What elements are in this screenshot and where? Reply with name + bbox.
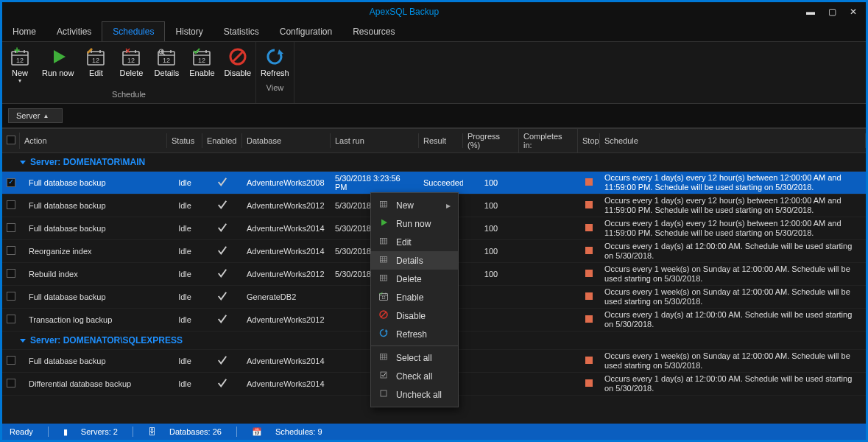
schedule-cell: Occurs every 1 day(s) every 12 hour(s) b… <box>600 217 866 239</box>
menu-tab-statistics[interactable]: Statistics <box>214 22 269 41</box>
ctx-label: Run now <box>396 219 431 229</box>
progress-cell: 100 <box>463 222 519 234</box>
select-all-checkbox[interactable] <box>7 136 15 144</box>
ctx-run-now[interactable]: Run now <box>371 214 458 233</box>
schedule-cell: Occurs every 1 week(s) on Sunday at 12:0… <box>600 350 866 372</box>
column-header[interactable]: Database <box>242 133 331 148</box>
ctx-enable[interactable]: Enable <box>371 288 458 306</box>
play-green-icon <box>378 217 389 230</box>
minimize-icon[interactable]: ▬ <box>806 7 815 17</box>
column-header[interactable]: Completes in: <box>519 129 578 152</box>
group-name: Server: DOMENATOR\MAIN <box>30 157 145 167</box>
column-header[interactable]: Action <box>20 133 167 148</box>
svg-marker-51 <box>385 329 388 332</box>
ctx-edit[interactable]: Edit <box>371 233 458 251</box>
row-checkbox[interactable] <box>7 292 15 301</box>
column-header[interactable]: Enabled <box>202 133 242 148</box>
row-checkbox[interactable] <box>7 223 15 232</box>
maximize-icon[interactable]: ▢ <box>828 7 836 17</box>
svg-rect-28 <box>381 202 387 208</box>
column-header[interactable]: Progress (%) <box>463 129 519 152</box>
ctx-disable[interactable]: Disable <box>371 306 458 325</box>
ctx-check-all[interactable]: Check all <box>371 367 458 385</box>
progress-cell: 100 <box>463 177 519 189</box>
column-header[interactable]: Stop <box>578 133 600 148</box>
servers-icon: ▮ <box>63 427 68 437</box>
ribbon-new[interactable]: +New▾ <box>2 42 38 87</box>
ribbon-label: Details <box>155 69 180 77</box>
stop-button[interactable] <box>585 292 593 300</box>
ribbon-run-now[interactable]: Run now <box>38 42 78 87</box>
stop-button[interactable] <box>585 201 593 208</box>
svg-line-11 <box>233 52 243 62</box>
menu-tab-activities[interactable]: Activities <box>46 22 102 41</box>
svg-marker-12 <box>278 49 283 55</box>
database-cell: AdventureWorks2012 <box>242 200 331 211</box>
check-icon <box>378 370 389 382</box>
row-checkbox[interactable] <box>7 246 15 255</box>
row-checkbox[interactable] <box>7 178 15 187</box>
ribbon-edit[interactable]: Edit <box>78 42 113 87</box>
column-header[interactable]: Result <box>419 133 463 148</box>
ctx-select-all[interactable]: Select all <box>371 348 458 367</box>
ribbon-label: Enable <box>189 69 214 77</box>
row-checkbox[interactable] <box>7 379 15 387</box>
grid-icon <box>378 254 389 267</box>
progress-cell <box>463 318 519 321</box>
stop-button[interactable] <box>585 178 593 186</box>
status-cell: Idle <box>167 177 202 189</box>
ribbon-delete[interactable]: ×Delete <box>113 42 149 87</box>
schedules-icon: 📅 <box>252 427 262 437</box>
menubar: HomeActivitiesSchedulesHistoryStatistics… <box>2 21 866 42</box>
context-menu[interactable]: New▸Run nowEditDetailsDeleteEnableDisabl… <box>370 192 459 407</box>
close-icon[interactable]: ✕ <box>850 7 857 17</box>
column-header[interactable] <box>2 133 20 149</box>
stop-button[interactable] <box>585 270 593 277</box>
ribbon-disable[interactable]: Disable <box>219 42 255 87</box>
row-checkbox[interactable] <box>7 269 15 278</box>
ribbon-enable[interactable]: Enable <box>184 42 219 87</box>
ribbon-label: Edit <box>89 69 103 77</box>
ctx-delete[interactable]: Delete <box>371 270 458 288</box>
action-text: Full database backup <box>29 224 106 233</box>
svg-rect-39 <box>381 257 387 263</box>
menu-tab-history[interactable]: History <box>165 22 213 41</box>
schedule-cell: Occurs every 1 day(s) at 12:00:00 AM. Sc… <box>600 309 866 331</box>
menu-tab-schedules[interactable]: Schedules <box>102 21 165 41</box>
ribbon-label: New <box>12 69 28 77</box>
stop-button[interactable] <box>585 247 593 254</box>
row-checkbox[interactable] <box>7 200 15 209</box>
stop-button[interactable] <box>585 315 593 323</box>
enable-schedule-icon <box>191 46 212 69</box>
menu-tab-home[interactable]: Home <box>2 22 46 41</box>
svg-text:×: × <box>125 46 130 56</box>
grid-icon <box>378 351 389 364</box>
svg-marker-6 <box>54 50 66 63</box>
ribbon-details[interactable]: Details <box>149 42 184 87</box>
ctx-refresh[interactable]: Refresh <box>371 325 458 343</box>
ctx-new[interactable]: New▸ <box>371 196 458 214</box>
schedule-cell: Occurs every 1 day(s) at 12:00:00 AM. Sc… <box>600 240 866 262</box>
ribbon-refresh[interactable]: Refresh <box>256 42 294 80</box>
column-header[interactable]: Schedule <box>600 133 866 148</box>
group-chip-server[interactable]: Server ▲ <box>8 108 63 123</box>
run-icon <box>48 46 68 69</box>
ctx-label: Check all <box>396 371 432 382</box>
ctx-label: Uncheck all <box>396 390 442 400</box>
ctx-details[interactable]: Details <box>371 251 458 270</box>
menu-tab-resources[interactable]: Resources <box>342 22 405 41</box>
row-checkbox[interactable] <box>7 356 15 365</box>
chevron-down-icon: ▾ <box>18 77 21 84</box>
stop-button[interactable] <box>585 379 593 387</box>
table-row[interactable]: Full database backupIdleAdventureWorks20… <box>2 172 866 194</box>
column-header[interactable]: Last run <box>331 133 419 148</box>
stop-button[interactable] <box>585 224 593 231</box>
titlebar: ApexSQL Backup ▬ ▢ ✕ <box>2 2 866 21</box>
column-header[interactable]: Status <box>167 133 202 148</box>
stop-button[interactable] <box>585 357 593 364</box>
group-row[interactable]: Server: DOMENATOR\MAIN <box>2 153 866 172</box>
row-checkbox[interactable] <box>7 315 15 323</box>
menu-tab-configuration[interactable]: Configuration <box>269 22 342 41</box>
ctx-uncheck-all[interactable]: Uncheck all <box>371 385 458 404</box>
schedule-cell: Occurs every 1 day(s) every 12 hour(s) b… <box>600 194 866 217</box>
